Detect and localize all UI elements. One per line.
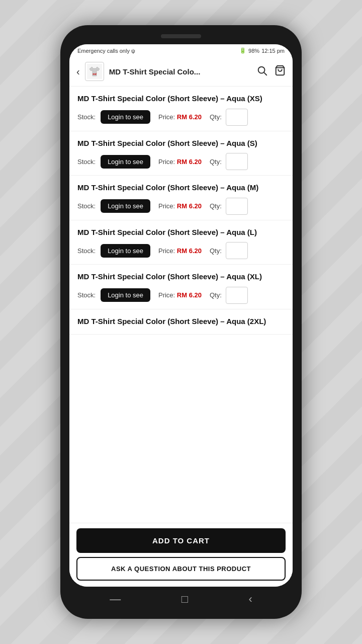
stock-label-s: Stock: xyxy=(77,158,96,166)
qty-label-m: Qty: xyxy=(210,202,222,210)
search-icon[interactable] xyxy=(256,65,267,78)
nav-back-icon[interactable]: — xyxy=(110,593,121,606)
price-value-l: RM 6.20 xyxy=(177,247,202,255)
price-label-xl: Price: RM 6.20 xyxy=(158,291,202,299)
product-name-l: MD T-Shirt Special Color (Short Sleeve) … xyxy=(77,227,285,237)
product-name-xs: MD T-Shirt Special Color (Short Sleeve) … xyxy=(77,94,285,104)
product-row-l: Stock: Login to see Price: RM 6.20 Qty: xyxy=(77,242,285,259)
nav-home-icon[interactable]: □ xyxy=(182,593,188,606)
status-right: 🔋 98% 12:15 pm xyxy=(239,47,285,54)
status-left-text: Emergency calls only ψ xyxy=(77,48,135,54)
price-value-m: RM 6.20 xyxy=(177,202,202,210)
header-icons xyxy=(256,65,286,78)
product-list: MD T-Shirt Special Color (Short Sleeve) … xyxy=(69,87,293,523)
phone-screen: Emergency calls only ψ 🔋 98% 12:15 pm ‹ … xyxy=(69,44,293,587)
battery-text: 98% xyxy=(248,48,259,54)
qty-label-s: Qty: xyxy=(210,158,222,166)
product-item-l: MD T-Shirt Special Color (Short Sleeve) … xyxy=(69,220,293,265)
product-row-xs: Stock: Login to see Price: RM 6.20 Qty: xyxy=(77,109,285,126)
qty-input-xl[interactable] xyxy=(226,287,248,304)
product-name-s: MD T-Shirt Special Color (Short Sleeve) … xyxy=(77,138,285,148)
login-to-see-xs[interactable]: Login to see xyxy=(101,110,150,124)
price-value-xs: RM 6.20 xyxy=(177,113,202,121)
login-to-see-m[interactable]: Login to see xyxy=(101,199,150,213)
price-value-xl: RM 6.20 xyxy=(177,291,202,299)
qty-input-s[interactable] xyxy=(226,153,248,170)
product-item-xs: MD T-Shirt Special Color (Short Sleeve) … xyxy=(69,87,293,131)
stock-label-xl: Stock: xyxy=(77,291,96,299)
product-item-xl: MD T-Shirt Special Color (Short Sleeve) … xyxy=(69,265,293,309)
phone-speaker xyxy=(161,34,201,38)
nav-recent-icon[interactable]: ‹ xyxy=(248,593,252,606)
ask-question-button[interactable]: ASK A QUESTION ABOUT THIS PRODUCT xyxy=(76,557,286,581)
qty-input-l[interactable] xyxy=(226,242,248,259)
price-label-m: Price: RM 6.20 xyxy=(158,202,202,210)
add-to-cart-button[interactable]: ADD TO CART xyxy=(76,528,286,553)
svg-text:md: md xyxy=(93,72,97,75)
phone-frame: Emergency calls only ψ 🔋 98% 12:15 pm ‹ … xyxy=(60,25,302,619)
logo-svg: md xyxy=(87,64,102,79)
qty-input-m[interactable] xyxy=(226,198,248,215)
price-value-s: RM 6.20 xyxy=(177,158,202,166)
header-title: MD T-Shirt Special Colo... xyxy=(109,67,251,76)
stock-label-xs: Stock: xyxy=(77,113,96,121)
time-text: 12:15 pm xyxy=(261,48,285,54)
product-row-m: Stock: Login to see Price: RM 6.20 Qty: xyxy=(77,198,285,215)
nav-bar: — □ ‹ xyxy=(69,587,293,610)
product-name-m: MD T-Shirt Special Color (Short Sleeve) … xyxy=(77,183,285,193)
price-label-s: Price: RM 6.20 xyxy=(158,158,202,166)
product-item-s: MD T-Shirt Special Color (Short Sleeve) … xyxy=(69,131,293,176)
qty-label-l: Qty: xyxy=(210,247,222,255)
battery-icon: 🔋 xyxy=(239,47,246,54)
price-label-xs: Price: RM 6.20 xyxy=(158,113,202,121)
qty-input-xs[interactable] xyxy=(226,109,248,126)
status-bar: Emergency calls only ψ 🔋 98% 12:15 pm xyxy=(69,44,293,57)
login-to-see-xl[interactable]: Login to see xyxy=(101,288,150,302)
stock-label-m: Stock: xyxy=(77,202,96,210)
stock-label-l: Stock: xyxy=(77,247,96,255)
cart-icon[interactable] xyxy=(275,65,286,78)
login-to-see-s[interactable]: Login to see xyxy=(101,155,150,169)
price-label-l: Price: RM 6.20 xyxy=(158,247,202,255)
product-name-2xl: MD T-Shirt Special Color (Short Sleeve) … xyxy=(77,316,285,327)
qty-label-xs: Qty: xyxy=(210,113,222,121)
back-button[interactable]: ‹ xyxy=(76,66,80,77)
product-row-s: Stock: Login to see Price: RM 6.20 Qty: xyxy=(77,153,285,170)
svg-line-3 xyxy=(264,72,266,75)
product-name-xl: MD T-Shirt Special Color (Short Sleeve) … xyxy=(77,272,285,282)
product-item-m: MD T-Shirt Special Color (Short Sleeve) … xyxy=(69,176,293,220)
product-row-xl: Stock: Login to see Price: RM 6.20 Qty: xyxy=(77,287,285,304)
header: ‹ md MD T-Shirt Special Colo... xyxy=(69,57,293,87)
bottom-buttons: ADD TO CART ASK A QUESTION ABOUT THIS PR… xyxy=(69,523,293,587)
login-to-see-l[interactable]: Login to see xyxy=(101,244,150,258)
qty-label-xl: Qty: xyxy=(210,291,222,299)
product-item-2xl: MD T-Shirt Special Color (Short Sleeve) … xyxy=(69,309,293,335)
brand-logo: md xyxy=(85,62,104,81)
